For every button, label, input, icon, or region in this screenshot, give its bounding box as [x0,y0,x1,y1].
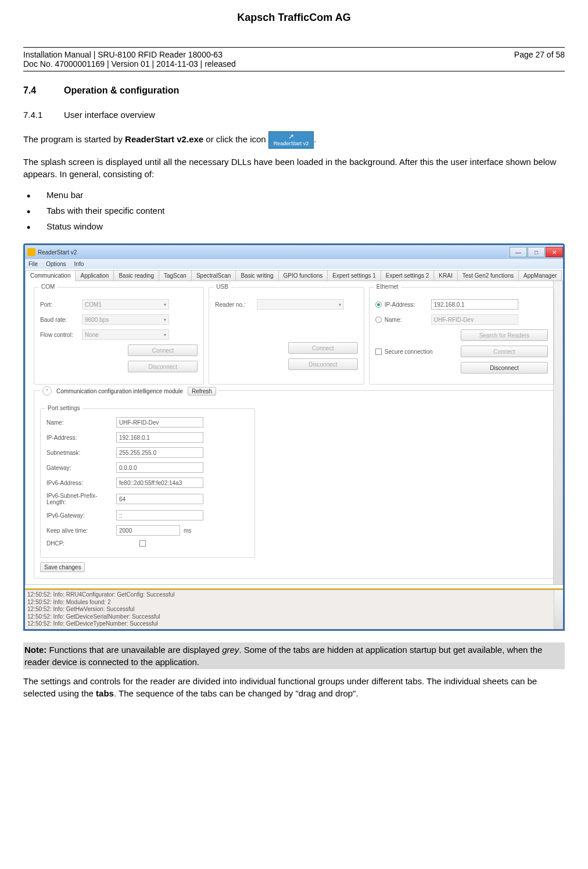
ps-name-label: Name: [46,419,116,426]
port-settings-group: Port settings Name:UHF-RFID-Dev IP-Addre… [40,408,255,558]
header-line1: Installation Manual | SRU-8100 RFID Read… [23,50,236,59]
tab-gen2[interactable]: Test Gen2 functions [457,270,519,281]
usb-disconnect-button[interactable]: Disconnect [288,358,358,370]
log-line: 12:50:52: Info: GetHwVersion: Successful [27,606,561,613]
eth-disconnect-button[interactable]: Disconnect [461,362,548,374]
ps-ipv6-gw-input[interactable]: :: [116,510,203,520]
tab-communication[interactable]: Communication [25,270,76,281]
list-item: Menu bar [23,187,565,203]
list-item: Tabs with their specific content [23,203,565,218]
ip-radio[interactable] [375,301,382,308]
tab-spectralscan[interactable]: SpectralScan [191,270,236,281]
tab-strip: Communication Application Basic reading … [25,269,563,281]
company-title: Kapsch TrafficCom AG [23,12,565,24]
ps-ip-label: IP-Address: [46,435,116,441]
tab-expert2[interactable]: Expert settings 2 [381,270,434,281]
ps-ip-input[interactable]: 192.168.0.1 [116,432,203,443]
ethernet-group: Ethernet IP-Address:192.168.0.1 Name:UHF… [369,287,554,385]
chevron-down-icon: ▾ [164,317,166,322]
tab-gpio[interactable]: GPIO functions [278,270,328,281]
tab-appmanager[interactable]: AppManager [518,270,562,281]
paragraph-1: The program is started by ReaderStart v2… [23,131,565,149]
list-item: Status window [23,218,565,234]
menu-info[interactable]: Info [74,261,84,267]
com-connect-button[interactable]: Connect [128,344,198,356]
section-num: 7.4 [23,85,64,96]
tab-basic-writing[interactable]: Basic writing [235,270,278,281]
tab-basic-reading[interactable]: Basic reading [113,270,159,281]
chevron-down-icon: ▾ [339,302,341,307]
com-title: COM [39,283,57,290]
name-input[interactable]: UHF-RFID-Dev [431,314,518,325]
port-settings-title: Port settings [45,405,83,411]
subsection-num: 7.4.1 [23,110,64,120]
menu-file[interactable]: File [28,261,38,267]
search-readers-button[interactable]: Search for Readers [461,329,548,341]
log-line: 12:50:52: Info: GetDeviceSerialNumber: S… [27,613,561,621]
name-radio[interactable] [375,317,382,323]
minimize-button[interactable]: — [510,247,527,257]
ps-ipv6-input[interactable]: fe80::2d0:55ff:fe02:14a3 [116,477,203,488]
maximize-button[interactable]: □ [528,247,545,257]
app-icon [27,248,35,256]
ps-dhcp-label: DHCP: [46,540,116,547]
ps-keepalive-input[interactable]: 2000 [116,525,180,536]
baud-select[interactable]: 9600 bps▾ [82,314,169,325]
ms-unit: ms [184,527,191,534]
eth-connect-button[interactable]: Connect [461,346,548,357]
expand-toggle[interactable]: ˄ [42,386,52,396]
tab-krai[interactable]: KRAI [433,270,457,281]
reader-no-select[interactable]: ▾ [257,299,344,310]
log-scrollbar[interactable] [554,590,563,629]
com-group: COM Port:COM1▾ Baud rate:9600 bps▾ Flow … [34,287,204,385]
close-button[interactable]: ✕ [546,247,563,257]
log-line: 12:50:52: Info: GetDeviceTypeNumber: Suc… [27,620,561,628]
usb-connect-button[interactable]: Connect [288,342,358,354]
doc-header: Installation Manual | SRU-8100 RFID Read… [23,48,565,71]
chevron-down-icon: ▾ [164,302,166,307]
ip-input[interactable]: 192.168.0.1 [431,299,518,310]
com-disconnect-button[interactable]: Disconnect [128,361,198,372]
status-log: 12:50:52: Info: RRU4Configurator: GetCon… [25,590,563,629]
secure-checkbox[interactable] [375,349,382,355]
scrollbar[interactable] [553,281,562,584]
reader-no-label: Reader no.: [215,301,257,308]
menubar: File Options Info [25,259,563,269]
dhcp-checkbox[interactable] [139,540,146,547]
subsection-heading: 7.4.1User interface overview [23,110,565,120]
refresh-button[interactable]: Refresh [188,387,216,396]
ps-gateway-input[interactable]: 0.0.0.0 [116,462,203,473]
note-box: Note: Functions that are unavailable are… [23,642,565,669]
baud-label: Baud rate: [40,317,82,323]
expander-title: Communication configuration intelligence… [56,388,183,394]
flow-select[interactable]: None▾ [82,329,169,340]
ps-ipv6-prefix-label: IPv6-Subnet-Prefix-Length: [46,493,116,505]
ps-keepalive-label: Keep alive time: [46,527,116,534]
tab-content: COM Port:COM1▾ Baud rate:9600 bps▾ Flow … [25,281,563,585]
ip-label: IP-Address: [385,301,431,308]
usb-group: USB Reader no.:▾ Connect Disconnect [209,287,364,385]
port-label: Port: [40,301,82,308]
tab-tagscan[interactable]: TagScan [159,270,192,281]
menu-options[interactable]: Options [46,261,66,267]
log-line: 12:50:52: Info: RRU4Configurator: GetCon… [27,591,561,599]
section-heading: 7.4Operation & configuration [23,85,565,96]
paragraph-3: The settings and controls for the reader… [23,675,565,699]
save-changes-button[interactable]: Save changes [40,562,85,572]
page-number: Page 27 of 58 [514,50,565,69]
ps-subnet-input[interactable]: 255.255.255.0 [116,447,203,458]
readerstart-icon: ↗ReaderStart v2 [268,131,314,149]
ui-components-list: Menu bar Tabs with their specific conten… [23,187,565,234]
name-label: Name: [385,317,431,323]
app-window: ReaderStart v2 — □ ✕ File Options Info C… [23,243,565,631]
titlebar[interactable]: ReaderStart v2 — □ ✕ [25,245,563,259]
tab-expert1[interactable]: Expert settings 1 [327,270,381,281]
tab-application[interactable]: Application [75,270,114,281]
ps-name-input[interactable]: UHF-RFID-Dev [116,417,203,428]
port-select[interactable]: COM1▾ [82,299,169,310]
paragraph-2: The splash screen is displayed until all… [23,156,565,180]
ps-ipv6-prefix-input[interactable]: 64 [116,494,203,504]
header-rule-bottom [23,71,565,71]
config-module-expander: ˄ Communication configuration intelligen… [34,390,554,579]
secure-label: Secure connection [385,349,443,355]
